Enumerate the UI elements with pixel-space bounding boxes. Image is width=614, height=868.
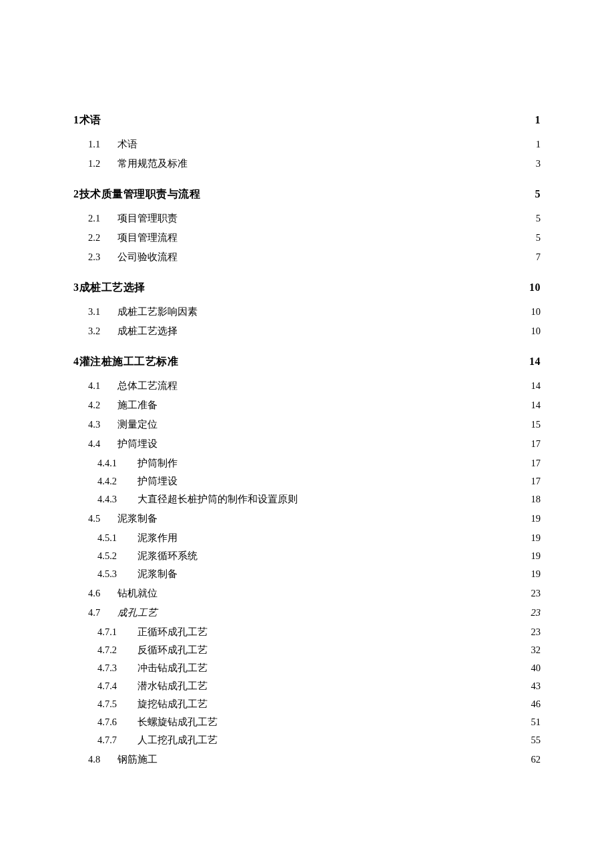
- toc-entry-number: 2.1: [88, 213, 115, 224]
- toc-entry-title: 测量定位: [117, 418, 158, 431]
- toc-entry-page: 3: [536, 158, 541, 169]
- toc-entry: 4.5.1泥浆作用19: [73, 532, 541, 544]
- toc-entry-title: 钢筋施工: [117, 753, 158, 766]
- toc-entry-number: 4.1: [88, 380, 115, 392]
- toc-entry-page: 17: [531, 458, 541, 469]
- toc-leader-dots: [210, 706, 529, 707]
- toc-entry-title: 反循环成孔工艺: [137, 644, 208, 657]
- toc-entry-page: 51: [531, 717, 541, 728]
- toc-entry-number: 4.7.7: [97, 735, 135, 746]
- toc-leader-dots: [220, 724, 529, 725]
- toc-entry-number: 4: [73, 356, 79, 368]
- toc-entry-title: 施工准备: [117, 399, 158, 412]
- toc-entry-title: 成桩工艺选择: [117, 325, 178, 338]
- toc-entry-number: 1.2: [88, 158, 115, 169]
- toc-entry: 4.7.5旋挖钻成孔工艺46: [73, 698, 541, 711]
- toc-entry: 4.4.1护筒制作17: [73, 457, 541, 470]
- toc-entry: 2.3公司验收流程7: [73, 251, 541, 264]
- toc-entry: 4.7.3冲击钻成孔工艺40: [73, 662, 541, 675]
- toc-leader-dots: [180, 259, 533, 260]
- toc-entry-page: 46: [531, 699, 541, 710]
- toc-entry-page: 7: [536, 252, 541, 263]
- toc-entry-number: 4.5.1: [97, 532, 135, 544]
- toc-entry-number: 4.8: [88, 754, 115, 765]
- toc-entry-number: 4.4.2: [97, 476, 135, 487]
- toc-leader-dots: [180, 333, 529, 334]
- toc-entry-page: 19: [531, 568, 541, 580]
- toc-entry: 3.1成桩工艺影响因素10: [73, 306, 541, 318]
- toc-entry-number: 1.1: [88, 139, 115, 150]
- toc-entry: 4.7.7人工挖孔成孔工艺55: [73, 734, 541, 747]
- toc-leader-dots: [210, 670, 529, 671]
- toc-leader-dots: [160, 426, 529, 428]
- toc-entry-page: 18: [531, 494, 541, 505]
- toc-entry-page: 10: [531, 326, 541, 337]
- toc-entry-page: 19: [531, 550, 541, 562]
- toc-entry: 4.4.3大直径超长桩护筒的制作和设置原则18: [73, 493, 541, 506]
- toc-entry-page: 40: [531, 663, 541, 674]
- toc-entry-page: 62: [531, 754, 541, 765]
- toc-entry: 4.6钻机就位23: [73, 587, 541, 600]
- toc-entry-page: 17: [531, 476, 541, 487]
- toc-entry: 2.2项目管理流程5: [73, 232, 541, 244]
- toc-entry-number: 4.7.5: [97, 699, 135, 710]
- toc-entry: 4.4.2护筒埋设17: [73, 475, 541, 488]
- toc-entry: 4.4护筒埋设17: [73, 438, 541, 450]
- toc-leader-dots: [210, 634, 529, 635]
- toc-entry-title: 潜水钻成孔工艺: [137, 680, 208, 693]
- toc-entry-number: 4.2: [88, 400, 115, 411]
- toc-entry: 4.7成孔工艺23: [73, 606, 541, 619]
- toc-entry: 4.5泥浆制备19: [73, 512, 541, 525]
- toc-entry-number: 4.3: [88, 419, 115, 430]
- toc-entry: 1 术语1: [73, 113, 541, 127]
- toc-entry-page: 14: [529, 356, 541, 368]
- toc-entry-number: 4.5.3: [97, 568, 135, 580]
- toc-entry-number: 3.1: [88, 306, 115, 318]
- toc-leader-dots: [160, 761, 529, 763]
- toc-leader-dots: [200, 314, 529, 315]
- toc-entry: 4.1总体工艺流程14: [73, 380, 541, 392]
- toc-entry-title: 项目管理职责: [117, 212, 178, 225]
- toc-entry-number: 3.2: [88, 326, 115, 337]
- toc-entry-title: 钻机就位: [117, 587, 158, 600]
- toc-entry-number: 4.4.1: [97, 458, 135, 469]
- toc-entry: 3.2成桩工艺选择10: [73, 325, 541, 338]
- toc-leader-dots: [160, 520, 529, 522]
- toc-entry: 4.7.2反循环成孔工艺32: [73, 644, 541, 657]
- toc-entry-page: 1: [535, 114, 541, 126]
- toc-entry-title: 护筒埋设: [137, 475, 178, 488]
- toc-entry-page: 23: [531, 626, 541, 638]
- toc-entry-title: 技术质量管理职责与流程: [79, 187, 201, 201]
- toc-leader-dots: [148, 290, 527, 291]
- toc-entry-page: 19: [531, 513, 541, 524]
- toc-entry-title: 泥浆制备: [137, 568, 178, 580]
- toc-entry-page: 19: [531, 532, 541, 544]
- toc-entry: 2 技术质量管理职责与流程5: [73, 187, 541, 201]
- toc-entry-title: 泥浆制备: [117, 512, 158, 525]
- toc-leader-dots: [104, 122, 533, 123]
- toc-leader-dots: [180, 483, 529, 484]
- toc-entry: 4.5.2泥浆循环系统19: [73, 550, 541, 562]
- toc-leader-dots: [200, 558, 529, 559]
- toc-entry-title: 术语: [79, 113, 101, 127]
- toc-entry-page: 32: [531, 644, 541, 656]
- toc-entry-page: 15: [531, 419, 541, 430]
- toc-leader-dots: [210, 652, 529, 653]
- toc-entry-title: 泥浆作用: [137, 532, 178, 544]
- toc-leader-dots: [210, 688, 529, 689]
- toc-leader-dots: [220, 742, 529, 743]
- toc-entry: 1.1术语1: [73, 138, 541, 151]
- toc-leader-dots: [180, 220, 533, 222]
- toc-entry-number: 2: [73, 188, 79, 200]
- toc-entry-page: 43: [531, 681, 541, 692]
- toc-entry-title: 大直径超长桩护筒的制作和设置原则: [137, 493, 298, 506]
- toc-leader-dots: [180, 576, 529, 577]
- toc-entry-page: 23: [531, 588, 541, 599]
- toc-entry-number: 4.7.4: [97, 681, 135, 692]
- toc-entry: 4.8钢筋施工62: [73, 753, 541, 766]
- toc-leader-dots: [300, 501, 529, 502]
- toc-entry-number: 4.7.1: [97, 626, 135, 638]
- toc-leader-dots: [180, 540, 529, 541]
- toc-entry-number: 4.4: [88, 438, 115, 450]
- toc-entry-number: 4.7.6: [97, 717, 135, 728]
